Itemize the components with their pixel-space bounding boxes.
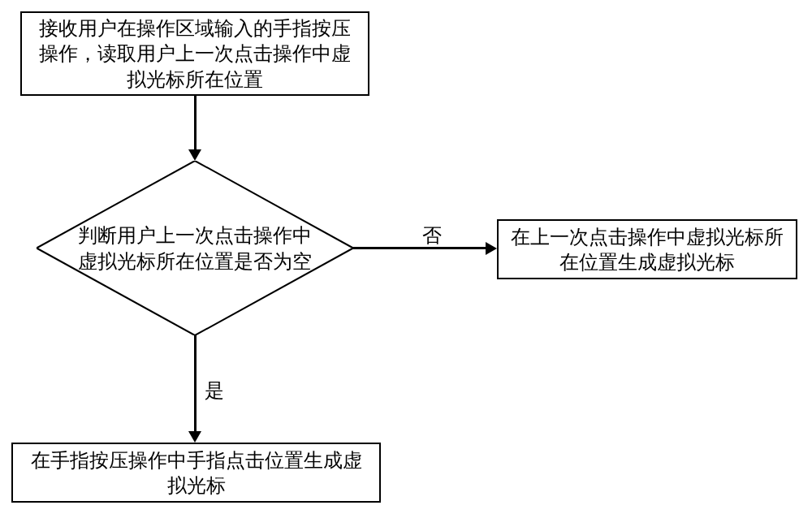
arrow-head-b-to-d [188,431,201,443]
arrow-head-a-to-b [188,149,201,161]
process-box-generate-previous: 在上一次点击操作中虚拟光标所在位置生成虚拟光标 [497,219,797,279]
arrow-b-to-c [353,247,487,249]
process-box-receive-input: 接收用户在操作区域输入的手指按压操作，读取用户上一次点击操作中虚拟光标所在位置 [20,11,369,96]
process-box-generate-at-touch: 在手指按压操作中手指点击位置生成虚拟光标 [11,443,381,503]
decision-text: 判断用户上一次点击操作中虚拟光标所在位置是否为空 [77,222,313,273]
arrow-b-to-d [194,335,197,433]
arrow-a-to-b [194,96,197,151]
edge-label-no: 否 [422,222,442,248]
edge-label-yes: 是 [205,378,224,404]
process-text: 在上一次点击操作中虚拟光标所在位置生成虚拟光标 [508,224,786,274]
process-text: 在手指按压操作中手指点击位置生成虚拟光标 [23,447,369,498]
decision-diamond: 判断用户上一次点击操作中虚拟光标所在位置是否为空 [37,161,353,335]
arrow-head-b-to-c [486,242,497,255]
process-text: 接收用户在操作区域输入的手指按压操作，读取用户上一次点击操作中虚拟光标所在位置 [32,15,358,92]
